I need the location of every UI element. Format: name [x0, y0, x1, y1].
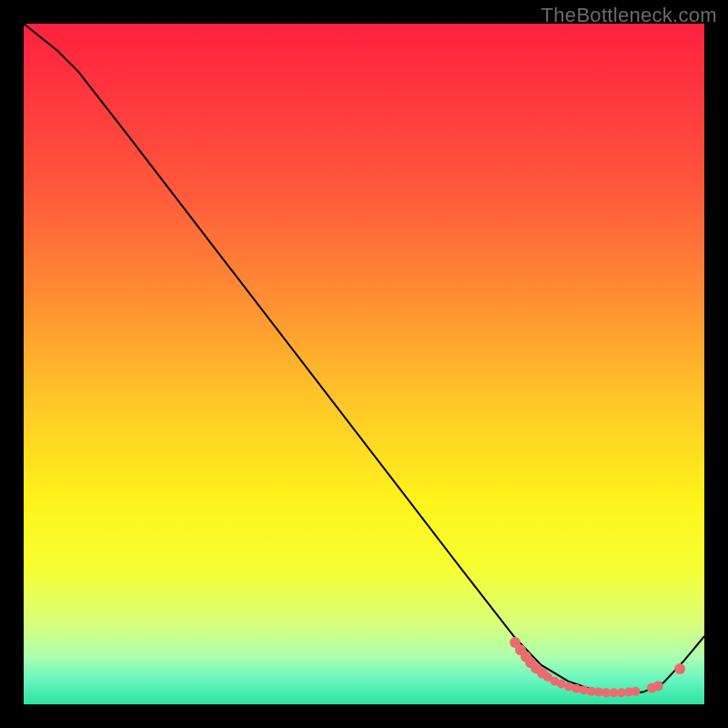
chart-frame: TheBottleneck.com — [0, 0, 728, 728]
watermark-label: TheBottleneck.com — [541, 4, 717, 27]
curve-marker — [653, 681, 663, 691]
curve-marker — [631, 687, 640, 696]
plot-area — [24, 24, 704, 704]
curve-marker — [674, 663, 685, 674]
chart-svg — [24, 24, 704, 704]
chart-background — [24, 24, 704, 704]
